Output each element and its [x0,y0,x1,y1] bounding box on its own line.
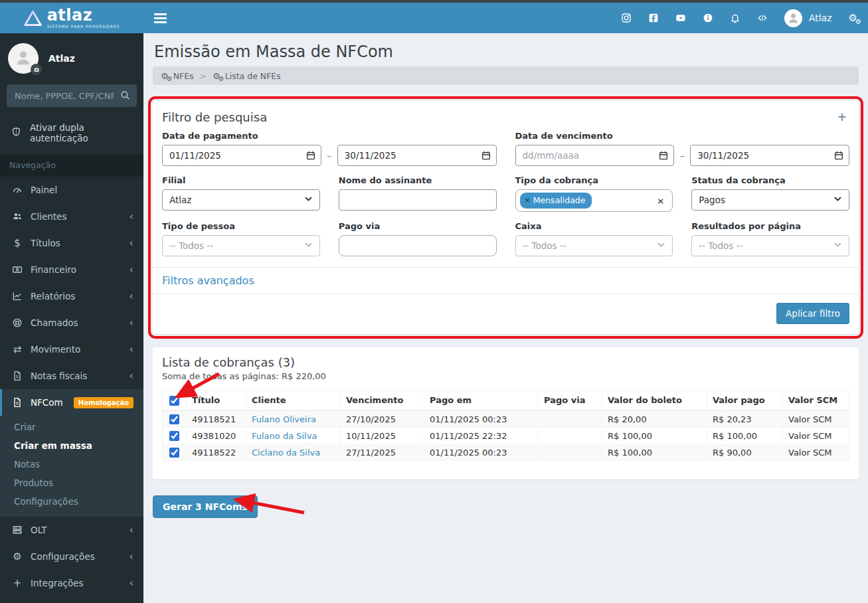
cell: 27/11/2025 [341,444,424,461]
payment-date-from-input[interactable] [162,145,321,166]
client-link[interactable]: Fulano Oliveira [252,414,316,424]
sidebar-item-olt[interactable]: OLT‹ [0,517,143,543]
sidebar-item-notas-fiscais[interactable]: Notas fiscais‹ [0,363,143,389]
calendar-icon[interactable] [305,150,316,163]
navbar-avatar [784,9,802,27]
breadcrumb: ⚙⚙NFEs>⚙⚙Lista de NFEs [153,66,859,85]
cell: 01/11/2025 00:23 [424,410,539,428]
chevron-left-icon: ‹ [130,578,133,588]
sidebar-item-relatorios[interactable]: Relatórios‹ [0,283,143,309]
filter-field-per-page: Resultados por página -- Todos -- [691,221,849,256]
breadcrumb-item-nfes[interactable]: ⚙⚙NFEs [161,71,194,81]
two-factor-label: Ativar dupla autenticação [30,122,133,143]
per-page-label: Resultados por página [691,221,849,232]
sidebar-item-configuracoes[interactable]: ⚙Configurações‹ [0,543,143,570]
sidebar-item-financeiro[interactable]: Financeiro‹ [0,256,143,283]
advanced-filters-section: Filtros avançados [153,267,859,294]
brand-logo[interactable]: atlaz SISTEMA PARA PROVEDORES [0,3,143,33]
sidebar-item-integracoes[interactable]: +Integrações‹ [0,570,143,596]
sidebar-item-chamados[interactable]: Chamados‹ [0,309,143,336]
sidebar-toggle-button[interactable] [154,13,167,23]
sidebar-menu: PainelClientes‹$Títulos‹Financeiro‹Relat… [0,177,143,603]
user-menu[interactable]: Atlaz [784,9,832,27]
table-header-row: TítuloClienteVencimentoPago emPago viaVa… [163,390,849,411]
charge-status-select[interactable]: Pagos [691,189,849,211]
cashier-select[interactable]: -- Todos -- [515,235,673,256]
row-checkbox[interactable] [169,414,179,424]
settings-gears-icon[interactable]: ⚙⚙ [849,13,857,23]
search-input[interactable] [7,84,137,107]
change-photo-button[interactable] [31,64,42,75]
sidebar-item-movimento[interactable]: ⇄Movimento‹ [0,336,143,363]
collapse-plus-icon[interactable]: + [835,110,849,124]
support-icon [11,317,24,328]
advanced-filters-link[interactable]: Filtros avançados [162,274,254,287]
gear-icon: ⚙ [11,552,24,562]
cell: R$ 90,00 [707,444,783,461]
client-link[interactable]: Fulano da Silva [252,431,317,441]
sidebar-item-sistema[interactable]: Sistema‹ [0,596,143,603]
cogs-icon: ⚙⚙ [213,72,220,80]
sidebar-item-nfcom[interactable]: NFComHomologação [0,389,143,416]
multiselect-clear-icon[interactable]: × [657,196,664,206]
payment-date-to-input[interactable] [337,145,497,166]
submenu-item-criar[interactable]: Criar [0,418,143,436]
charges-list-title: Lista de cobranças (3) [162,355,849,369]
table-row: 49118522Ciclano da Silva27/11/202501/11/… [163,444,849,461]
facebook-icon[interactable] [648,13,659,23]
info-icon[interactable] [703,13,713,23]
cell: Valor SCM [783,428,849,444]
sidebar-item-label: OLT [31,525,47,535]
due-date-to-input[interactable] [690,145,849,166]
row-checkbox[interactable] [169,448,179,458]
breadcrumb-item-lista-de-nfes[interactable]: ⚙⚙Lista de NFEs [213,71,281,81]
server-icon [11,525,24,535]
chevron-down-icon [657,240,665,251]
submenu-item-criar-em-massa[interactable]: Criar em massa [0,436,143,455]
generate-nfcoms-button[interactable]: Gerar 3 NFComs [153,495,258,518]
branch-select[interactable]: Atlaz [162,189,320,211]
sidebar-item-titulos[interactable]: $Títulos‹ [0,230,143,256]
instagram-icon[interactable] [621,13,632,23]
client-link[interactable]: Ciclano da Silva [252,448,320,458]
filter-panel: Filtro de pesquisa + Data de pagamento – [153,101,859,334]
calendar-icon[interactable] [658,150,669,163]
filter-field-payment-date: Data de pagamento – [162,131,497,166]
charge-type-chip[interactable]: × Mensalidade [520,193,592,209]
submenu-item-notas[interactable]: Notas [0,455,143,474]
person-type-select[interactable]: -- Todos -- [162,235,320,256]
calendar-icon[interactable] [833,150,844,163]
branch-label: Filial [162,175,320,186]
select-all-checkbox[interactable] [169,396,179,406]
chip-remove-icon[interactable]: × [525,196,531,205]
per-page-select[interactable]: -- Todos -- [691,235,849,256]
submenu-item-produtos[interactable]: Produtos [0,474,143,492]
submenu-item-configuracoes[interactable]: Configurações [0,492,143,511]
cell [539,410,602,428]
sidebar-user-name: Atlaz [48,53,75,64]
camera-icon [33,63,40,76]
row-checkbox[interactable] [169,431,179,441]
two-factor-link[interactable]: Ativar dupla autenticação [0,116,143,154]
paid-via-input[interactable] [339,235,497,256]
chevron-left-icon: ‹ [130,211,133,222]
code-icon[interactable] [757,13,768,23]
cell: 49118522 [187,444,246,461]
subscriber-input[interactable] [339,189,497,211]
sidebar-item-clientes[interactable]: Clientes‹ [0,203,143,230]
youtube-icon[interactable] [675,13,686,23]
payment-date-label: Data de pagamento [162,131,497,141]
apply-filter-button[interactable]: Aplicar filtro [776,303,849,324]
charge-type-multiselect[interactable]: × Mensalidade × [515,189,673,212]
cell: R$ 20,23 [707,410,783,428]
calendar-icon[interactable] [481,150,491,163]
chart-icon [11,291,24,302]
bell-icon[interactable] [730,13,740,23]
search-icon[interactable] [120,90,131,104]
sidebar-item-label: Configurações [31,551,95,562]
sidebar-item-painel[interactable]: Painel [0,177,143,203]
chevron-left-icon: ‹ [130,264,133,275]
cell: R$ 20,00 [602,410,707,428]
sidebar-item-label: Chamados [31,317,78,328]
due-date-from-input[interactable] [515,145,675,166]
